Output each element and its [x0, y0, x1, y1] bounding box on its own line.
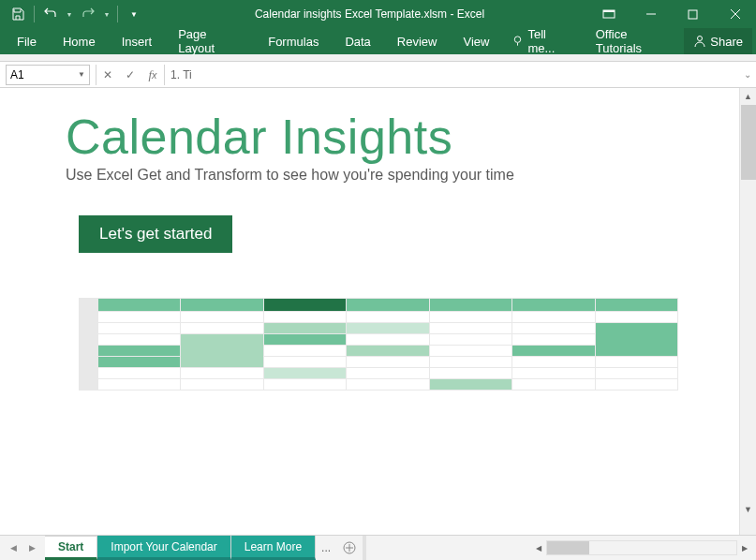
scroll-left-icon[interactable]: ◀: [531, 540, 546, 555]
redo-icon[interactable]: [78, 4, 98, 24]
tab-nav-prev-icon[interactable]: ◀: [6, 540, 21, 555]
qat-separator: [34, 6, 35, 22]
svg-rect-1: [603, 10, 615, 12]
share-button[interactable]: Share: [684, 28, 752, 54]
tell-me-search[interactable]: Tell me...: [502, 27, 582, 55]
qat-customize-icon[interactable]: ▼: [124, 4, 144, 24]
scroll-up-icon[interactable]: ▲: [740, 88, 756, 105]
tab-formulas[interactable]: Formulas: [255, 28, 332, 54]
tab-bar-splitter[interactable]: [363, 536, 531, 560]
tab-home[interactable]: Home: [50, 28, 109, 54]
ribbon-display-options-icon[interactable]: [587, 0, 630, 28]
insert-function-icon[interactable]: fx: [141, 65, 164, 85]
scroll-right-icon[interactable]: ▶: [737, 540, 752, 555]
redo-dropdown-icon[interactable]: ▼: [102, 4, 111, 24]
quick-access-toolbar: ▼ ▼ ▼: [0, 4, 152, 24]
close-icon[interactable]: [714, 0, 756, 28]
svg-point-6: [515, 37, 522, 43]
name-box-dropdown-icon[interactable]: ▼: [78, 70, 85, 79]
calendar-graphic: [79, 298, 678, 391]
ribbon-collapsed-strip: [0, 54, 756, 62]
undo-dropdown-icon[interactable]: ▼: [65, 4, 74, 24]
worksheet-area: Calendar Insights Use Excel Get and Tran…: [0, 88, 756, 535]
tab-navigation: ◀ ▶: [0, 536, 45, 560]
tab-data[interactable]: Data: [332, 28, 383, 54]
page-subtitle: Use Excel Get and Transform to see how y…: [66, 167, 683, 184]
tab-file[interactable]: File: [4, 28, 50, 54]
maximize-icon[interactable]: [672, 0, 714, 28]
qat-separator-2: [117, 6, 118, 22]
name-box-value: A1: [10, 68, 24, 81]
sheet-view[interactable]: Calendar Insights Use Excel Get and Tran…: [0, 88, 739, 535]
save-icon[interactable]: [7, 4, 28, 24]
vertical-scroll-thumb[interactable]: [741, 105, 756, 180]
tab-insert[interactable]: Insert: [109, 28, 166, 54]
tab-overflow-button[interactable]: ...: [316, 536, 336, 560]
minimize-icon[interactable]: [630, 0, 672, 28]
sheet-tab-learn-more[interactable]: Learn More: [231, 536, 316, 560]
expand-formula-bar-icon[interactable]: ⌄: [739, 69, 756, 80]
cancel-formula-icon[interactable]: ✕: [96, 65, 119, 85]
lets-get-started-button[interactable]: Let's get started: [79, 215, 232, 253]
tell-me-label: Tell me...: [527, 27, 572, 55]
plus-circle-icon: [343, 541, 356, 554]
tab-page-layout[interactable]: Page Layout: [165, 28, 255, 54]
formula-bar: A1 ▼ ✕ ✓ fx 1. Ti ⌄: [0, 62, 756, 88]
svg-rect-3: [689, 10, 697, 19]
undo-icon[interactable]: [40, 4, 61, 24]
svg-point-8: [698, 37, 703, 41]
tab-nav-next-icon[interactable]: ▶: [24, 540, 39, 555]
formula-input[interactable]: 1. Ti: [165, 68, 739, 81]
tab-view[interactable]: View: [450, 28, 502, 54]
vertical-scrollbar[interactable]: ▲ ▼: [739, 88, 756, 535]
sheet-tab-label: Import Your Calendar: [111, 540, 216, 553]
sheet-tab-start[interactable]: Start: [45, 536, 97, 560]
horizontal-scroll-track[interactable]: [546, 540, 737, 555]
horizontal-scroll-thumb[interactable]: [547, 541, 589, 554]
name-box[interactable]: A1 ▼: [6, 65, 90, 85]
scroll-down-icon[interactable]: ▼: [740, 501, 756, 518]
tab-review[interactable]: Review: [384, 28, 451, 54]
enter-formula-icon[interactable]: ✓: [119, 65, 141, 85]
person-icon: [693, 35, 706, 48]
lightbulb-icon: [511, 35, 524, 48]
title-bar: ▼ ▼ ▼ Calendar insights Excel Template.x…: [0, 0, 756, 28]
window-title: Calendar insights Excel Template.xlsm - …: [152, 7, 587, 21]
page-title: Calendar Insights: [66, 109, 683, 165]
sheet-tab-bar: ◀ ▶ Start Import Your Calendar Learn Mor…: [0, 535, 756, 560]
new-sheet-button[interactable]: [336, 536, 363, 560]
office-tutorials-link[interactable]: Office Tutorials: [583, 28, 685, 54]
window-controls: [587, 0, 756, 28]
sheet-tab-label: Learn More: [245, 540, 302, 553]
sheet-tab-import[interactable]: Import Your Calendar: [97, 536, 230, 560]
horizontal-scrollbar[interactable]: ◀ ▶: [531, 536, 756, 560]
share-label: Share: [710, 35, 743, 49]
ribbon-tabs: File Home Insert Page Layout Formulas Da…: [0, 28, 756, 54]
sheet-tab-label: Start: [58, 540, 83, 553]
